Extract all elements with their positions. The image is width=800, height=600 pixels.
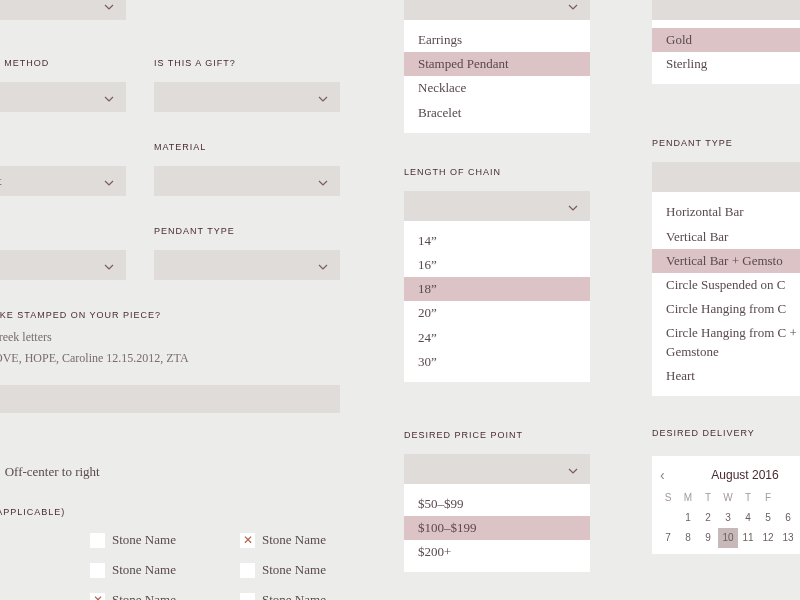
- dropdown-option[interactable]: 14”: [404, 229, 590, 253]
- material-label: MATERIAL: [154, 142, 340, 152]
- dropdown-option[interactable]: Heart: [652, 364, 800, 388]
- type-select[interactable]: [404, 0, 590, 20]
- price-label: DESIRED PRICE POINT: [404, 430, 590, 440]
- dropdown-option[interactable]: Circle Suspended on C: [652, 273, 800, 297]
- placement-opt2: Off-center to right: [5, 464, 100, 480]
- chevron-down-icon: [318, 176, 328, 186]
- cal-day[interactable]: 6: [778, 508, 798, 528]
- cal-day[interactable]: 9: [698, 528, 718, 548]
- jewelry-label: EWELRY: [0, 142, 126, 152]
- dropdown-option[interactable]: $100–$199: [404, 516, 590, 540]
- chevron-down-icon: [104, 176, 114, 186]
- chevron-down-icon: [568, 0, 578, 10]
- cal-day[interactable]: 1: [678, 508, 698, 528]
- dropdown-option[interactable]: 18”: [404, 277, 590, 301]
- cal-day[interactable]: 13: [778, 528, 798, 548]
- pendant-select-left[interactable]: [154, 250, 340, 280]
- cal-month: August 2016: [711, 468, 778, 482]
- stamp-label: ULD YOU LIKE STAMPED ON YOUR PIECE?: [0, 310, 360, 320]
- cal-dow: S: [658, 488, 678, 508]
- contact-method-label: D CONTACT METHOD: [0, 58, 126, 68]
- type-options-panel: EarringsStamped PendantNecklaceBracelet: [404, 20, 590, 133]
- stamp-input[interactable]: [0, 385, 340, 413]
- stone-name: Stone Name: [112, 562, 176, 578]
- dropdown-option[interactable]: Stamped Pendant: [404, 52, 590, 76]
- cal-day[interactable]: 8: [678, 528, 698, 548]
- chevron-down-icon: [568, 201, 578, 211]
- dropdown-option[interactable]: Horizontal Bar: [652, 200, 800, 224]
- chevron-down-icon: [318, 92, 328, 102]
- pendant-select-right[interactable]: [652, 162, 800, 192]
- dropdown-option[interactable]: Vertical Bar: [652, 225, 800, 249]
- placement-label: ACEMENT: [0, 439, 360, 449]
- material-select[interactable]: [154, 166, 340, 196]
- metal-options-panel: GoldSterling: [652, 20, 800, 84]
- dropdown-option[interactable]: Circle Hanging from C + Gemstone: [652, 321, 800, 363]
- pendant-label-left: PENDANT TYPE: [154, 226, 340, 236]
- chain-select-mid[interactable]: [404, 191, 590, 221]
- cal-day[interactable]: 12: [758, 528, 778, 548]
- dropdown-option[interactable]: Vertical Bar + Gemsto: [652, 249, 800, 273]
- chain-label-left: F CHAIN: [0, 226, 126, 236]
- cal-prev-icon[interactable]: ‹: [660, 467, 665, 483]
- stone-name: Stone Name: [262, 562, 326, 578]
- cal-dow: T: [698, 488, 718, 508]
- dropdown-option[interactable]: $50–$99: [404, 492, 590, 516]
- contact-method-select[interactable]: [0, 82, 126, 112]
- dropdown-option[interactable]: 16”: [404, 253, 590, 277]
- cal-day[interactable]: 3: [718, 508, 738, 528]
- chain-options-panel: 14”16”18”20”24”30”: [404, 221, 590, 382]
- price-options-panel: $50–$99$100–$199$200+: [404, 484, 590, 573]
- delivery-label: DESIRED DELIVERY: [652, 428, 800, 438]
- stone-checkbox[interactable]: ✕: [240, 533, 255, 548]
- jewelry-select[interactable]: d Pendant: [0, 166, 126, 196]
- dropdown-option[interactable]: Circle Hanging from C: [652, 297, 800, 321]
- dropdown-option[interactable]: Necklace: [404, 76, 590, 100]
- stone-name: Stone Name: [262, 592, 326, 600]
- cal-day[interactable]: 5: [758, 508, 778, 528]
- stamp-sub1: nes, dates, greek letters: [0, 328, 360, 346]
- chevron-down-icon: [568, 464, 578, 474]
- stamp-sub2: (heart)K, LOVE, HOPE, Caroline 12.15.201…: [0, 349, 360, 367]
- cal-dow: T: [738, 488, 758, 508]
- chevron-down-icon: [104, 92, 114, 102]
- chevron-down-icon: [318, 260, 328, 270]
- stone-checkbox[interactable]: ✕: [90, 593, 105, 601]
- dropdown-option[interactable]: $200+: [404, 540, 590, 564]
- gift-select[interactable]: [154, 82, 340, 112]
- cal-day[interactable]: 10: [718, 528, 738, 548]
- cal-day[interactable]: 2: [698, 508, 718, 528]
- stone-checkbox[interactable]: [90, 563, 105, 578]
- chain-label-mid: LENGTH OF CHAIN: [404, 167, 590, 177]
- chevron-down-icon: [104, 260, 114, 270]
- stone-name: Stone Name: [112, 592, 176, 600]
- stone-checkbox[interactable]: [240, 563, 255, 578]
- stone-checkbox[interactable]: [240, 593, 255, 601]
- dropdown-option[interactable]: Sterling: [652, 52, 800, 76]
- pendant-label-right: PENDANT TYPE: [652, 138, 800, 148]
- dropdown-option[interactable]: Bracelet: [404, 101, 590, 125]
- chain-select-left[interactable]: [0, 250, 126, 280]
- cal-dow: M: [678, 488, 698, 508]
- calendar[interactable]: ‹ August 2016 SMTWTF12345678910111213: [652, 456, 800, 554]
- chevron-down-icon: [104, 0, 114, 10]
- jewelry-value: d Pendant: [0, 173, 2, 189]
- cal-dow: F: [758, 488, 778, 508]
- metal-select[interactable]: [652, 0, 800, 20]
- cal-dow: W: [718, 488, 738, 508]
- dropdown-option[interactable]: 24”: [404, 326, 590, 350]
- cal-day[interactable]: 11: [738, 528, 758, 548]
- stone-checkbox[interactable]: [90, 533, 105, 548]
- dropdown-option[interactable]: Gold: [652, 28, 800, 52]
- cal-day[interactable]: 7: [658, 528, 678, 548]
- dropdown-option[interactable]: 30”: [404, 350, 590, 374]
- stone-name: Stone Name: [112, 532, 176, 548]
- pendant-options-panel: Horizontal BarVertical BarVertical Bar +…: [652, 192, 800, 396]
- dropdown-option[interactable]: 20”: [404, 301, 590, 325]
- cal-day[interactable]: 4: [738, 508, 758, 528]
- stone-label: STONE (IF APPLICABLE): [0, 507, 360, 517]
- select-top-partial[interactable]: [0, 0, 126, 20]
- price-select[interactable]: [404, 454, 590, 484]
- stone-name: Stone Name: [262, 532, 326, 548]
- dropdown-option[interactable]: Earrings: [404, 28, 590, 52]
